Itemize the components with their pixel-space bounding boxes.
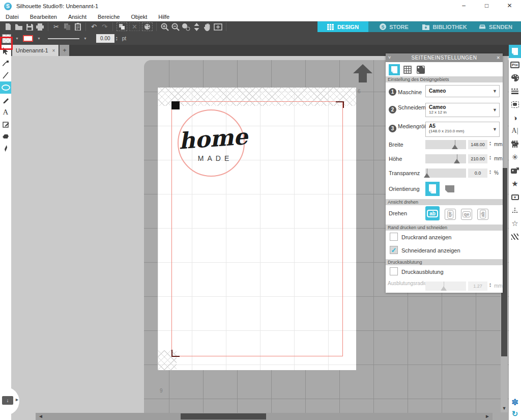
menu-hilfe[interactable]: Hilfe [153, 14, 175, 20]
transparency-slider[interactable] [425, 169, 466, 178]
trace-panel-icon[interactable] [509, 98, 521, 111]
cut-icon[interactable]: ✂ [51, 22, 62, 31]
library-drawer-expand-icon[interactable]: ► [15, 397, 19, 402]
panel-collapse-icon[interactable]: ˅ [388, 53, 391, 62]
delete-selection-icon[interactable]: ✕ [129, 22, 140, 31]
horizontal-scrollbar-thumb[interactable] [181, 413, 266, 419]
rotate-180-button[interactable]: qe [459, 207, 474, 221]
redo-icon[interactable]: ↷ [99, 22, 110, 31]
print-border-checkbox[interactable] [390, 233, 398, 241]
transparency-slider-handle[interactable] [424, 173, 430, 178]
horizontal-scrollbar[interactable]: ◄ ► [36, 413, 493, 420]
scroll-down-icon[interactable]: ▼ [501, 404, 508, 412]
scroll-left-icon[interactable]: ◄ [36, 413, 46, 420]
close-button[interactable]: ✕ [498, 0, 521, 12]
menu-bereiche[interactable]: Bereiche [92, 14, 125, 20]
paste-icon[interactable] [72, 22, 83, 31]
menu-objekt[interactable]: Objekt [125, 14, 153, 20]
effects-panel-icon[interactable]: ☆ [509, 217, 521, 230]
select-tool[interactable] [0, 45, 11, 57]
height-slider-handle[interactable] [454, 159, 460, 163]
design-page[interactable]: home MADE [158, 88, 356, 370]
line-tool[interactable] [0, 69, 11, 81]
width-slider[interactable] [425, 140, 466, 149]
panel-header[interactable]: ˅ SEITENEINSTELLUNGEN × [386, 53, 503, 62]
width-slider-handle[interactable] [452, 145, 458, 149]
rhinestone-panel-icon[interactable] [509, 204, 521, 217]
mat-dropdown[interactable]: Cameo 12 x 12 in ▼ [425, 103, 500, 117]
fill-color-panel-icon[interactable] [509, 71, 521, 85]
height-input[interactable]: 210.00 [468, 154, 487, 163]
document-tab-close-icon[interactable]: × [52, 48, 55, 53]
glitter-panel-icon[interactable]: ★ [509, 177, 521, 190]
replicate-panel-icon[interactable] [509, 164, 521, 177]
tab-bibliothek[interactable]: BIBLIOTHEK [419, 21, 470, 32]
shadow-panel-icon[interactable]: ◑ [509, 111, 521, 124]
add-document-tab-button[interactable]: + [60, 45, 69, 56]
pan-icon[interactable] [202, 22, 213, 31]
sketch-panel-icon[interactable] [509, 230, 521, 243]
rotate-90-button[interactable]: ab [443, 207, 457, 221]
stroke-color-swatch[interactable] [23, 35, 33, 42]
stroke-weight-stepper[interactable]: ▲ ▼ [115, 36, 118, 41]
menu-ansicht[interactable]: Ansicht [63, 14, 92, 20]
eraser-tool[interactable] [0, 130, 11, 143]
orientation-portrait-button[interactable] [425, 182, 440, 196]
zoom-out-icon[interactable] [170, 22, 181, 31]
bleed-checkbox[interactable] [390, 267, 398, 275]
fill-swatch[interactable] [2, 34, 11, 43]
ellipse-tool[interactable] [0, 81, 11, 94]
copy-icon[interactable] [62, 22, 72, 31]
zoom-selection-icon[interactable] [191, 22, 202, 31]
document-tab[interactable]: Unbenannt-1 × [12, 45, 59, 56]
offset-panel-icon[interactable]: ✳ [509, 151, 521, 164]
orientation-landscape-button[interactable] [443, 182, 457, 196]
transparency-input[interactable]: 0.0 [468, 169, 487, 178]
sync-icon[interactable]: ↻ [510, 409, 520, 419]
undo-icon[interactable]: ↶ [89, 22, 99, 31]
menu-datei[interactable]: Datei [0, 14, 24, 20]
fill-selection-icon[interactable] [142, 22, 153, 31]
zoom-in-icon[interactable] [159, 22, 170, 31]
rotate-270-button[interactable]: ab [476, 207, 490, 221]
text-tool[interactable]: A [0, 106, 11, 118]
menu-bearbeiten[interactable]: Bearbeiten [24, 14, 63, 20]
new-document-icon[interactable] [3, 22, 13, 31]
height-stepper[interactable]: ▲▼ [489, 155, 491, 160]
drag-zoom-icon[interactable] [181, 22, 191, 31]
print-icon[interactable] [35, 22, 45, 31]
save-icon[interactable] [24, 22, 35, 31]
knife-tool[interactable] [0, 143, 11, 155]
preview-panel-icon[interactable]: ♥ [509, 190, 521, 204]
settings-gear-icon[interactable]: ✽ [510, 398, 520, 408]
line-style-sample[interactable] [48, 38, 79, 39]
fill-dropdown-icon[interactable]: ▼ [15, 37, 19, 40]
pixscan-panel-icon[interactable]: Pix [509, 58, 521, 71]
stroke-weight-input[interactable]: 0.00 [96, 34, 114, 43]
transparency-stepper[interactable]: ▲▼ [489, 170, 491, 175]
panel-tab-grid[interactable] [402, 64, 413, 75]
draw-tool[interactable] [0, 94, 11, 106]
line-style-panel-icon[interactable] [509, 85, 521, 98]
open-file-icon[interactable] [13, 22, 24, 31]
width-stepper[interactable]: ▲▼ [489, 141, 491, 146]
cut-border-checkbox[interactable]: ✓ [390, 246, 398, 254]
height-slider[interactable] [425, 154, 466, 163]
spin-down-icon[interactable]: ▼ [115, 39, 118, 41]
panel-close-icon[interactable]: × [497, 53, 500, 62]
design-object[interactable]: home MADE [178, 109, 245, 177]
transfer-panel-icon[interactable] [509, 137, 521, 151]
maximize-button[interactable]: □ [475, 0, 498, 12]
stroke-dropdown-icon[interactable]: ▼ [37, 37, 41, 40]
tab-design[interactable]: DESIGN [317, 21, 368, 32]
rotate-0-button[interactable]: ab [425, 206, 440, 220]
machine-dropdown[interactable]: Cameo ▼ [425, 85, 500, 97]
page-setup-panel-icon[interactable] [509, 45, 521, 58]
minimize-button[interactable]: – [452, 0, 475, 12]
text-style-panel-icon[interactable]: A| [509, 124, 521, 137]
media-dropdown[interactable]: A5 (148.0 x 210.0 mm) ▼ [425, 122, 500, 137]
duplicate-selection-icon[interactable] [117, 22, 127, 31]
line-style-dropdown-icon[interactable]: ▼ [83, 37, 87, 40]
tab-store[interactable]: S STORE [368, 21, 419, 32]
note-tool[interactable] [0, 118, 11, 130]
